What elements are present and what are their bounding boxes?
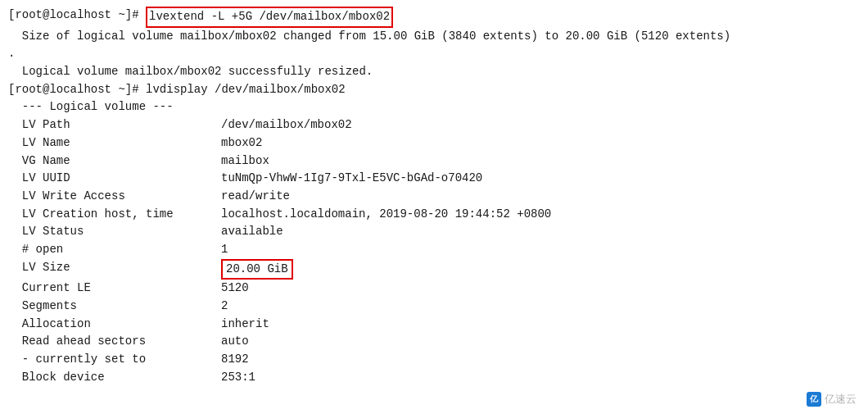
field-name-segments: Segments [8,298,221,316]
field-name-lv-write-access: LV Write Access [8,188,221,206]
terminal-line: [root@localhost ~]# lvdisplay /dev/mailb… [8,81,860,99]
lv-uuid-row: LV UUIDtuNmQp-VhwW-1Ig7-9Txl-E5VC-bGAd-o… [8,170,860,188]
field-name-vg-name: VG Name [8,152,221,171]
read-ahead-row: Read ahead sectorsauto [8,333,860,351]
output-text: Logical volume mailbox/mbox02 successful… [8,63,373,81]
lv-path-row: LV Path/dev/mailbox/mbox02 [8,116,860,134]
currently-set-row: - currently set to8192 [8,351,860,369]
output-text: Size of logical volume mailbox/mbox02 ch… [8,28,730,46]
field-value-lv-name: mbox02 [221,134,262,152]
terminal-window: [root@localhost ~]# lvextend -L +5G /dev… [0,0,868,414]
field-value-current-le: 5120 [221,280,249,298]
field-name-lv-status: LV Status [8,223,221,241]
terminal-line: Logical volume mailbox/mbox02 successful… [8,63,860,81]
field-value-vg-name: mailbox [221,152,269,171]
command-text: lvdisplay /dev/mailbox/mbox02 [146,81,346,99]
allocation-row: Allocationinherit [8,316,860,334]
current-le-row: Current LE5120 [8,280,860,298]
terminal-line: . [8,45,860,63]
field-name-current-le: Current LE [8,280,221,298]
lv-size-value-highlight: 20.00 GiB [221,259,293,280]
watermark: 亿 亿速云 [807,391,857,407]
watermark-logo: 亿 [807,392,821,407]
open-count-row: # open1 [8,241,860,259]
field-value-read-ahead: auto [221,333,249,351]
field-value-lv-uuid: tuNmQp-VhwW-1Ig7-9Txl-E5VC-bGAd-o70420 [221,170,482,188]
segments-row: Segments2 [8,298,860,316]
field-value-allocation: inherit [221,316,269,334]
field-name-block-device: Block device [8,369,221,387]
vg-name-row: VG Namemailbox [8,152,860,171]
output-text: . [8,45,15,63]
terminal-line: Size of logical volume mailbox/mbox02 ch… [8,28,860,46]
terminal-line: --- Logical volume --- [8,98,860,116]
field-name-lv-uuid: LV UUID [8,170,221,188]
field-name-lv-path: LV Path [8,116,221,134]
field-name-lv-creation: LV Creation host, time [8,206,221,224]
field-name-open-count: # open [8,241,221,259]
section-header: --- Logical volume --- [8,98,174,116]
prompt: [root@localhost ~]# [8,81,146,99]
field-name-read-ahead: Read ahead sectors [8,333,221,351]
field-value-lv-path: /dev/mailbox/mbox02 [221,116,352,134]
field-name-lv-size: LV Size [8,259,221,280]
block-device-row: Block device253:1 [8,369,860,387]
field-value-block-device: 253:1 [221,369,255,387]
field-name-currently-set: - currently set to [8,351,221,369]
field-value-lv-write-access: read/write [221,188,290,206]
terminal-line: [root@localhost ~]# lvextend -L +5G /dev… [8,7,860,28]
field-value-lv-status: available [221,223,283,241]
lv-name-row: LV Namembox02 [8,134,860,152]
field-name-allocation: Allocation [8,316,221,334]
lv-creation-row: LV Creation host, timelocalhost.localdom… [8,206,860,224]
field-value-lv-creation: localhost.localdomain, 2019-08-20 19:44:… [221,206,551,224]
field-name-lv-name: LV Name [8,134,221,152]
field-value-currently-set: 8192 [221,351,249,369]
lv-size-row: LV Size20.00 GiB [8,259,860,280]
lv-write-access-row: LV Write Accessread/write [8,188,860,206]
lv-status-row: LV Statusavailable [8,223,860,241]
watermark-text: 亿速云 [825,391,857,407]
prompt: [root@localhost ~]# [8,7,146,28]
command-highlight: lvextend -L +5G /dev/mailbox/mbox02 [146,7,393,28]
field-value-open-count: 1 [221,241,228,259]
field-value-segments: 2 [221,298,228,316]
